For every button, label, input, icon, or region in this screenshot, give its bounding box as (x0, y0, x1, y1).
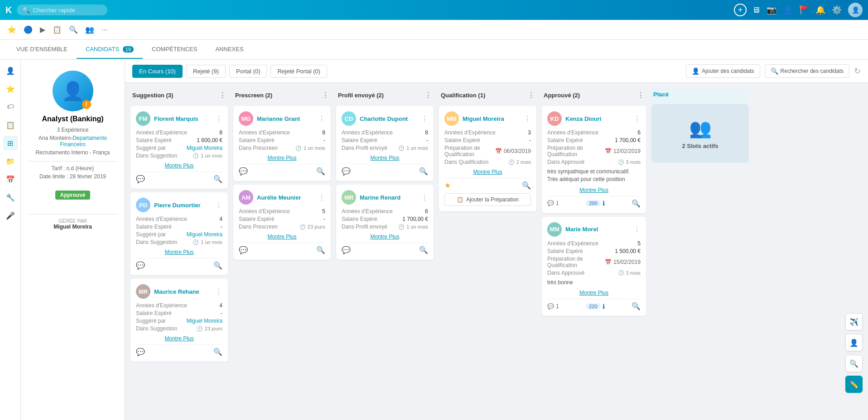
menu-kenza[interactable]: ⋮ (633, 115, 641, 123)
float-user-btn[interactable]: 👤 (845, 334, 863, 351)
name-kenza[interactable]: Kenza Diouri (565, 115, 601, 122)
search-icon-charlotte[interactable]: 🔍 (419, 167, 428, 176)
flag-icon[interactable]: 🚩 (799, 5, 809, 15)
show-more-florent[interactable]: Montre Plus (136, 162, 222, 169)
filter-rejete-portal[interactable]: Rejeté Portal (0) (270, 65, 327, 78)
float-search-btn[interactable]: 🔍 (845, 355, 863, 372)
star-icon-miguel[interactable]: ★ (444, 181, 451, 190)
show-more-maurice[interactable]: Montre Plus (136, 335, 222, 342)
sidebar-icon-star[interactable]: ⭐ (3, 81, 18, 96)
tab-candidats[interactable]: CANDIDATS 19 (77, 40, 143, 59)
col-menu-qualification[interactable]: ⋮ (527, 91, 535, 100)
clipboard-nav-icon[interactable]: 📋 (51, 24, 63, 36)
more-nav-icon[interactable]: ··· (100, 24, 109, 36)
sidebar-icon-person[interactable]: 👤 (3, 63, 18, 78)
search-icon-pierre[interactable]: 🔍 (213, 261, 222, 270)
name-aurelie[interactable]: Aurélie Meunier (257, 194, 301, 201)
float-send-btn[interactable]: ✈️ (845, 313, 863, 330)
camera-icon[interactable]: 📷 (767, 5, 776, 15)
search-icon-marianne[interactable]: 🔍 (316, 167, 325, 176)
sidebar-icon-folder[interactable]: 📁 (3, 154, 18, 168)
search-candidates-btn[interactable]: 🔍 Rechercher des candidats (765, 64, 849, 78)
name-florent[interactable]: Florent Marquis (154, 115, 198, 122)
search-icon-marine[interactable]: 🔍 (419, 246, 428, 254)
name-charlotte[interactable]: Charlotte Dupont (360, 115, 408, 122)
name-miguel[interactable]: Miguel Moreira (463, 115, 504, 122)
name-pierre[interactable]: Pierre Dumortier (154, 202, 201, 209)
sidebar-icon-mic[interactable]: 🎤 (3, 208, 18, 223)
users-nav-icon[interactable]: 👥 (83, 24, 96, 36)
tab-competences[interactable]: COMPÉTENCES (143, 40, 206, 59)
show-more-kenza[interactable]: Montre Plus (547, 187, 641, 193)
refresh-icon[interactable]: ↻ (854, 66, 861, 76)
tab-vue-ensemble[interactable]: VUE D'ENSEMBLE (7, 40, 77, 59)
show-more-aurelie[interactable]: Montre Plus (239, 234, 325, 240)
menu-maurice[interactable]: ⋮ (215, 287, 222, 296)
menu-marine[interactable]: ⋮ (421, 193, 428, 202)
comment-icon-aurelie[interactable]: 💬 (239, 246, 248, 254)
menu-miguel[interactable]: ⋮ (524, 115, 531, 123)
sidebar-icon-settings[interactable]: 🔧 (3, 190, 18, 205)
search-icon-maurice[interactable]: 🔍 (213, 348, 222, 356)
kanban-board: Suggestion (3) ⋮ FM Florent Marquis ⋮ An… (125, 83, 868, 420)
menu-aurelie[interactable]: ⋮ (318, 193, 325, 202)
show-more-marie[interactable]: Montre Plus (547, 290, 641, 296)
name-maurice[interactable]: Maurice Rehane (154, 288, 199, 295)
show-more-charlotte[interactable]: Montre Plus (342, 155, 428, 161)
show-more-marianne[interactable]: Montre Plus (239, 155, 325, 161)
menu-charlotte[interactable]: ⋮ (421, 115, 428, 123)
sidebar-icon-tag[interactable]: 🏷 (3, 100, 18, 114)
show-more-miguel[interactable]: Montre Plus (444, 169, 531, 175)
sidebar-icon-calendar[interactable]: 📅 (3, 172, 18, 186)
comment-icon-marianne[interactable]: 💬 (239, 167, 248, 176)
add-prep-btn-miguel[interactable]: 📋 Ajouter la Préparation (444, 193, 531, 206)
menu-pierre[interactable]: ⋮ (215, 201, 222, 210)
search-icon-marie[interactable]: 🔍 (632, 302, 641, 310)
show-more-pierre[interactable]: Montre Plus (136, 249, 222, 255)
add-button[interactable]: + (734, 4, 747, 16)
sidebar-icon-board[interactable]: ⊞ (3, 136, 18, 150)
comment-marie[interactable]: 💬1 (547, 303, 559, 310)
name-marie[interactable]: Marie Morel (565, 226, 598, 233)
play-nav-icon[interactable]: ▶ (38, 24, 47, 36)
search-nav-icon[interactable]: 🔍 (67, 24, 80, 36)
search-icon-aurelie[interactable]: 🔍 (316, 246, 325, 254)
comment-icon-charlotte[interactable]: 💬 (342, 167, 351, 176)
comment-icon-pierre[interactable]: 💬 (136, 261, 145, 270)
star-nav-icon[interactable]: ⭐ (5, 24, 18, 36)
user-avatar[interactable]: 👤 (848, 3, 863, 17)
name-marine[interactable]: Marine Renard (360, 194, 400, 201)
col-menu-suggestion[interactable]: ⋮ (219, 91, 226, 100)
col-menu-prescreen[interactable]: ⋮ (322, 91, 329, 100)
filter-portal[interactable]: Portal (0) (229, 65, 267, 78)
col-menu-profil[interactable]: ⋮ (424, 91, 432, 100)
comment-icon-florent[interactable]: 💬 (136, 175, 145, 183)
filter-en-cours[interactable]: En Cours (10) (132, 65, 183, 78)
comment-icon-marine[interactable]: 💬 (342, 246, 351, 254)
float-edit-btn[interactable]: ✏️ (845, 376, 863, 393)
search-icon-miguel[interactable]: 🔍 (522, 181, 531, 190)
name-marianne[interactable]: Marianne Grant (257, 115, 300, 122)
tab-annexes[interactable]: ANNEXES (206, 40, 252, 59)
managed-by-name: Miguel Moreira (28, 224, 117, 230)
bell-icon[interactable]: 🔔 (815, 5, 825, 15)
search-icon-florent[interactable]: 🔍 (213, 175, 222, 183)
col-menu-approuve[interactable]: ⋮ (637, 91, 644, 100)
menu-marie[interactable]: ⋮ (633, 225, 641, 234)
search-input[interactable] (33, 7, 96, 14)
user-add-icon[interactable]: 👤 (783, 5, 793, 15)
filter-rejete[interactable]: Rejeté (9) (186, 65, 226, 78)
add-candidates-btn[interactable]: 👤 Ajouter des candidats (686, 64, 760, 78)
menu-florent[interactable]: ⋮ (215, 115, 222, 123)
dot-nav-icon[interactable]: 🔵 (22, 24, 34, 36)
search-icon-kenza[interactable]: 🔍 (632, 199, 641, 208)
search-box[interactable]: 🔍 (17, 5, 107, 15)
monitor-icon[interactable]: 🖥 (752, 5, 760, 15)
settings-icon[interactable]: ⚙️ (832, 5, 842, 15)
sidebar-icon-clipboard[interactable]: 📋 (3, 118, 18, 132)
menu-marianne[interactable]: ⋮ (318, 115, 325, 123)
comment-icon-maurice[interactable]: 💬 (136, 348, 145, 356)
slots-container: 👥 2 Slots actifs (651, 104, 749, 163)
show-more-marine[interactable]: Montre Plus (342, 234, 428, 240)
comment-kenza[interactable]: 💬1 (547, 200, 559, 206)
